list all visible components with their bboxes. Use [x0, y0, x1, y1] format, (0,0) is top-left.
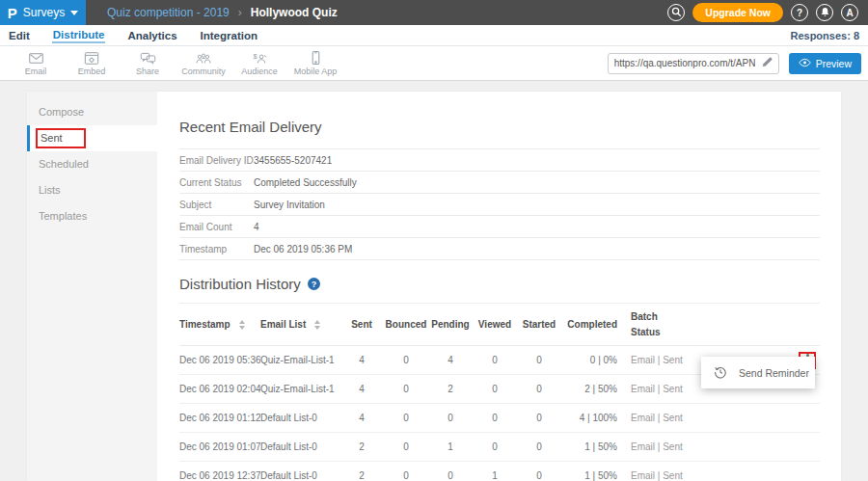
- pencil-icon: [762, 56, 773, 70]
- top-header-bar: P Surveys Quiz competition - 2019 › Holl…: [0, 0, 868, 25]
- header-actions: Upgrade Now ? A: [667, 0, 868, 25]
- cell-viewed: 1: [473, 470, 517, 481]
- cell-pending: 1: [428, 441, 473, 452]
- cell-batch-status: Email | Sent: [617, 470, 718, 481]
- avatar[interactable]: A: [841, 4, 858, 21]
- preview-button[interactable]: Preview: [789, 53, 861, 74]
- distribution-history-table: TimestampEmail ListSentBouncedPendingVie…: [179, 303, 820, 481]
- cell-started: 0: [517, 384, 561, 394]
- channel-share[interactable]: Share: [120, 51, 176, 76]
- send-reminder-icon: [714, 365, 727, 381]
- distribute-toolbar: Email Embed Share Community $ Audience M…: [0, 46, 868, 81]
- cell-completed: 1 | 50%: [561, 441, 617, 452]
- column-label: Started: [523, 319, 556, 330]
- column-header-bounced: Bounced: [384, 319, 428, 330]
- tab-analytics[interactable]: Analytics: [126, 28, 177, 42]
- table-row: Dec 06 2019 01:12 PMDefault List-0400004…: [179, 404, 820, 433]
- column-label: Sent: [351, 319, 372, 330]
- sidebar-item-lists[interactable]: Lists: [27, 177, 157, 203]
- sidebar-item-compose[interactable]: Compose: [27, 99, 157, 125]
- field-label: Email Count: [179, 222, 254, 232]
- cell-sent: 2: [339, 470, 384, 481]
- tab-integration[interactable]: Integration: [200, 28, 258, 42]
- sent-main-content: Recent Email Delivery Email Delivery ID3…: [157, 92, 841, 481]
- cell-bounced: 0: [384, 413, 428, 423]
- distribute-sidebar: Compose Sent Scheduled Lists Templates: [27, 92, 157, 481]
- community-icon: [195, 51, 212, 66]
- send-reminder-menu-item[interactable]: Send Reminder: [701, 357, 815, 388]
- cell-timestamp: Dec 06 2019 01:12 PM: [179, 413, 260, 423]
- notifications-button[interactable]: [816, 4, 833, 21]
- cell-started: 0: [517, 441, 561, 452]
- cell-sent: 4: [339, 355, 384, 365]
- edit-url-button[interactable]: [757, 54, 778, 73]
- tab-distribute[interactable]: Distribute: [52, 27, 106, 43]
- column-header-timestamp[interactable]: Timestamp: [179, 319, 260, 330]
- eye-icon: [799, 58, 811, 69]
- cell-batch-status: Email | Sent: [617, 413, 718, 423]
- breadcrumb-separator-icon: ›: [238, 6, 242, 19]
- cell-completed: 4 | 100%: [561, 413, 617, 423]
- upgrade-now-button[interactable]: Upgrade Now: [692, 3, 783, 22]
- channel-audience[interactable]: $ Audience: [231, 51, 287, 76]
- sort-icon[interactable]: [314, 320, 320, 330]
- cell-viewed: 0: [473, 384, 517, 394]
- cell-sent: 2: [339, 441, 384, 452]
- breadcrumb-parent[interactable]: Quiz competition - 2019: [107, 6, 230, 19]
- questionpro-logo-icon: P: [8, 6, 17, 20]
- column-label: Completed: [567, 319, 617, 330]
- sidebar-item-sent[interactable]: Sent: [27, 125, 157, 151]
- sidebar-item-label: Scheduled: [39, 158, 89, 170]
- column-label: Viewed: [478, 319, 511, 330]
- search-button[interactable]: [667, 4, 685, 21]
- help-icon[interactable]: ?: [308, 278, 320, 290]
- cell-email-list: Quiz-Email-List-1: [260, 384, 339, 394]
- sidebar-item-templates[interactable]: Templates: [27, 203, 157, 229]
- cell-viewed: 0: [473, 413, 517, 423]
- field-label: Current Status: [179, 177, 254, 188]
- sidebar-item-scheduled[interactable]: Scheduled: [27, 151, 157, 177]
- svg-text:$: $: [253, 51, 257, 60]
- sort-icon[interactable]: [239, 320, 245, 330]
- delivery-field-row: SubjectSurvey Invitation: [179, 194, 820, 216]
- delivery-field-row: Current StatusCompleted Successfully: [179, 172, 820, 194]
- breadcrumb: Quiz competition - 2019 › Hollywood Quiz: [86, 0, 338, 25]
- cell-timestamp: Dec 06 2019 01:07 PM: [179, 441, 260, 452]
- channel-embed[interactable]: Embed: [64, 51, 120, 76]
- audience-icon: $: [251, 51, 268, 66]
- breadcrumb-current: Hollywood Quiz: [251, 6, 338, 19]
- cell-timestamp: Dec 06 2019 05:36 PM: [179, 355, 260, 365]
- survey-url-input[interactable]: [609, 58, 757, 68]
- recent-email-table: Email Delivery ID3455655-5207421Current …: [179, 148, 820, 260]
- channel-community[interactable]: Community: [176, 51, 231, 76]
- tab-edit[interactable]: Edit: [8, 28, 31, 42]
- column-header-started: Started: [517, 319, 561, 330]
- channel-label: Audience: [241, 67, 278, 76]
- column-header-completed: Completed: [561, 319, 617, 330]
- field-value: 4: [254, 222, 259, 232]
- bell-icon: [820, 7, 830, 19]
- sidebar-item-label: Sent: [36, 128, 86, 148]
- column-label: Timestamp: [179, 319, 231, 330]
- chevron-down-icon: [70, 11, 78, 15]
- column-label: Pending: [431, 319, 469, 330]
- app-menu[interactable]: P Surveys: [0, 0, 86, 25]
- channel-label: Mobile App: [294, 67, 338, 76]
- field-value: Dec 06 2019 05:36 PM: [254, 244, 352, 254]
- table-row: Dec 06 2019 01:07 PMDefault List-0201001…: [179, 433, 820, 462]
- channel-mobile-app[interactable]: Mobile App: [287, 50, 343, 76]
- cell-started: 0: [517, 470, 561, 481]
- sidebar-item-label: Lists: [39, 184, 61, 196]
- sent-page-panel: Compose Sent Scheduled Lists Templates R…: [27, 92, 841, 481]
- help-button[interactable]: ?: [791, 4, 808, 21]
- channel-email[interactable]: Email: [8, 51, 64, 76]
- delivery-field-row: TimestampDec 06 2019 05:36 PM: [179, 238, 820, 260]
- column-header-email-list[interactable]: Email List: [260, 319, 339, 330]
- cell-email-list: Default List-0: [260, 441, 339, 452]
- cell-pending: 4: [428, 355, 473, 365]
- column-header-batch-status: Batch Status: [617, 309, 718, 340]
- responses-count[interactable]: Responses: 8: [790, 30, 868, 41]
- mobile-app-icon: [309, 50, 323, 66]
- channel-label: Community: [181, 67, 226, 76]
- column-label: Batch Status: [631, 309, 671, 340]
